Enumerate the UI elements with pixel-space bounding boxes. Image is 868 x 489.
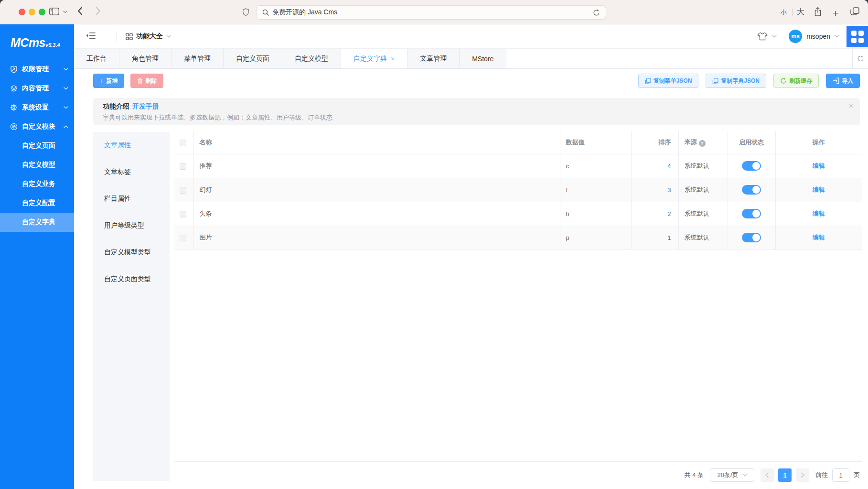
cell-name: 幻灯 bbox=[193, 178, 560, 202]
refresh-cache-button[interactable]: 刷新缓存 bbox=[773, 74, 819, 88]
enable-toggle[interactable] bbox=[742, 209, 761, 218]
row-checkbox[interactable] bbox=[180, 211, 186, 217]
tab-label: 自定义模型 bbox=[295, 54, 328, 63]
url-bar[interactable]: 免费开源的 Java Cms bbox=[256, 5, 606, 20]
tab-menus[interactable]: 菜单管理 bbox=[171, 49, 224, 68]
tab-label: MStore bbox=[472, 55, 493, 63]
col-source: 来源? bbox=[678, 131, 728, 154]
sidebar-toggle-icon[interactable] bbox=[49, 8, 59, 15]
edit-link[interactable]: 编辑 bbox=[813, 186, 825, 193]
menu-fold-icon[interactable] bbox=[86, 32, 96, 40]
chevron-left-icon bbox=[765, 472, 769, 478]
dict-type-article-attr[interactable]: 文章属性 bbox=[93, 132, 170, 159]
tab-close-icon[interactable]: × bbox=[391, 55, 395, 62]
cell-name: 推荐 bbox=[193, 154, 560, 178]
reload-icon[interactable] bbox=[593, 9, 600, 16]
dict-type-user-level[interactable]: 用户等级类型 bbox=[93, 212, 170, 239]
col-status: 启用状态 bbox=[728, 131, 775, 154]
minimize-window-button[interactable] bbox=[29, 9, 35, 15]
edit-link[interactable]: 编辑 bbox=[813, 234, 825, 241]
dev-manual-link[interactable]: 开发手册 bbox=[132, 102, 159, 110]
sidebar-item-custom-business[interactable]: 自定义业务 bbox=[0, 174, 74, 194]
tab-roles[interactable]: 角色管理 bbox=[119, 49, 171, 68]
copy-menu-json-button[interactable]: 复制菜单JSON bbox=[638, 74, 699, 88]
goto-page-input[interactable] bbox=[832, 468, 849, 482]
theme-tshirt-icon[interactable] bbox=[757, 32, 768, 41]
apps-launcher-button[interactable] bbox=[847, 26, 868, 47]
sidebar-group-settings[interactable]: 系统设置 bbox=[0, 98, 74, 117]
username: msopen bbox=[806, 33, 830, 40]
tab-custom-models[interactable]: 自定义模型 bbox=[282, 49, 341, 68]
dict-type-custom-model[interactable]: 自定义模型类型 bbox=[93, 239, 170, 266]
select-all-checkbox[interactable] bbox=[180, 140, 186, 146]
close-window-button[interactable] bbox=[19, 9, 25, 15]
banner-close-icon[interactable]: × bbox=[849, 102, 853, 110]
zoom-window-button[interactable] bbox=[39, 9, 45, 15]
enable-toggle[interactable] bbox=[742, 233, 761, 242]
copy-dict-json-button[interactable]: 复制字典JSON bbox=[706, 74, 766, 88]
sidebar-chevron-icon[interactable] bbox=[63, 11, 67, 13]
dict-type-custom-page[interactable]: 自定义页面类型 bbox=[93, 266, 170, 293]
add-label: 新增 bbox=[106, 77, 118, 85]
tab-custom-pages[interactable]: 自定义页面 bbox=[224, 49, 282, 68]
refresh-tabs-button[interactable] bbox=[852, 49, 868, 68]
cell-sort: 3 bbox=[631, 178, 678, 202]
main-area: 功能大全 ms msopen 工作台 角色管理 菜单管理 bbox=[74, 24, 868, 489]
chevron-down-icon[interactable] bbox=[772, 35, 777, 38]
edit-link[interactable]: 编辑 bbox=[813, 162, 825, 169]
current-page[interactable]: 1 bbox=[778, 468, 792, 482]
tab-label: 工作台 bbox=[86, 54, 107, 63]
sidebar-item-custom-models[interactable]: 自定义模型 bbox=[0, 155, 74, 174]
page-content: + 新增 删除 复制菜单JSON 复制字典J bbox=[74, 69, 868, 489]
sidebar-group-permissions[interactable]: 权限管理 bbox=[0, 60, 74, 79]
new-tab-button[interactable]: + bbox=[833, 8, 838, 19]
chevron-right-icon bbox=[801, 472, 804, 478]
forward-button[interactable] bbox=[96, 7, 101, 15]
back-button[interactable] bbox=[77, 7, 83, 15]
sidebar-group-content[interactable]: 内容管理 bbox=[0, 79, 74, 98]
sidebar-item-custom-config[interactable]: 自定义配置 bbox=[0, 194, 74, 213]
banner-description: 字典可以用来实现下拉或单选、多选数据源，例如：文章属性、用户等级、订单状态 bbox=[103, 113, 850, 122]
col-source-label: 来源 bbox=[685, 138, 697, 145]
tab-overview-icon[interactable] bbox=[850, 7, 859, 15]
tab-custom-dict[interactable]: 自定义字典 × bbox=[341, 49, 407, 68]
sidebar-group-custom-modules[interactable]: 自定义模块 bbox=[0, 117, 74, 136]
dict-type-label: 文章标签 bbox=[104, 168, 131, 176]
browser-window: 免费开源的 Java Cms 小 大 + MCmsv5.3.4 权限管理 bbox=[0, 0, 868, 489]
row-checkbox[interactable] bbox=[180, 187, 186, 194]
text-larger-button[interactable]: 大 bbox=[797, 7, 804, 17]
text-smaller-button[interactable]: 小 bbox=[781, 8, 787, 17]
feature-menu-dropdown[interactable]: 功能大全 bbox=[126, 24, 171, 48]
prev-page-button[interactable] bbox=[761, 468, 774, 482]
enable-toggle[interactable] bbox=[742, 185, 761, 195]
help-icon[interactable]: ? bbox=[699, 140, 706, 147]
avatar[interactable]: ms bbox=[789, 30, 802, 43]
next-page-button[interactable] bbox=[796, 468, 809, 482]
sidebar-item-custom-pages[interactable]: 自定义页面 bbox=[0, 136, 74, 155]
delete-button[interactable]: 删除 bbox=[130, 74, 163, 88]
share-icon[interactable] bbox=[814, 7, 822, 17]
copy-menu-json-label: 复制菜单JSON bbox=[654, 77, 692, 85]
edit-link[interactable]: 编辑 bbox=[813, 210, 825, 217]
row-checkbox[interactable] bbox=[180, 235, 186, 241]
info-banner: 功能介绍开发手册 字典可以用来实现下拉或单选、多选数据源，例如：文章属性、用户等… bbox=[93, 98, 860, 125]
enable-toggle[interactable] bbox=[742, 161, 761, 171]
feature-menu-label: 功能大全 bbox=[136, 32, 163, 41]
chevron-down-icon[interactable] bbox=[835, 35, 839, 38]
col-value: 数据值 bbox=[560, 131, 631, 154]
sidebar-item-custom-dict[interactable]: 自定义字典 bbox=[0, 213, 74, 232]
tab-workbench[interactable]: 工作台 bbox=[74, 49, 119, 68]
dict-type-column-attr[interactable]: 栏目属性 bbox=[93, 185, 170, 212]
sidebar-item-label: 自定义配置 bbox=[22, 199, 55, 207]
add-button[interactable]: + 新增 bbox=[93, 74, 124, 88]
tab-mstore[interactable]: MStore bbox=[460, 49, 506, 68]
dict-type-panel: 文章属性 文章标签 栏目属性 用户等级类型 自定义模型类型 自定义页面类型 bbox=[93, 132, 170, 481]
row-checkbox[interactable] bbox=[180, 163, 186, 170]
chevron-up-icon bbox=[64, 125, 68, 128]
logo: MCmsv5.3.4 bbox=[0, 24, 74, 60]
tab-articles[interactable]: 文章管理 bbox=[407, 49, 460, 68]
page-size-select[interactable]: 20条/页 bbox=[710, 468, 754, 482]
dict-type-article-tags[interactable]: 文章标签 bbox=[93, 159, 170, 185]
privacy-shield-icon[interactable] bbox=[243, 8, 249, 16]
import-button[interactable]: 导入 bbox=[826, 74, 860, 88]
